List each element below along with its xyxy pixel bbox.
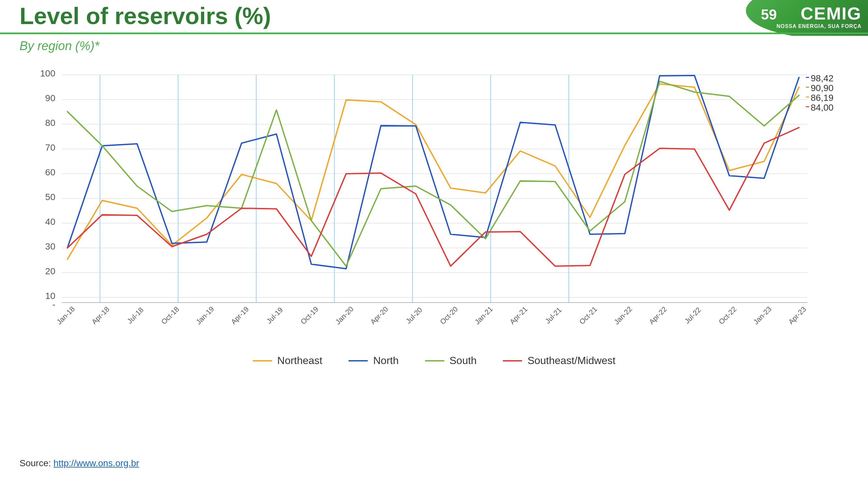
legend-label-north: North xyxy=(373,355,399,367)
svg-text:Apr-19: Apr-19 xyxy=(229,305,250,326)
chart-legend: Northeast North South Southeast/Midwest xyxy=(0,355,868,367)
svg-text:Jul-20: Jul-20 xyxy=(404,306,424,325)
svg-text:Jan-18: Jan-18 xyxy=(55,305,76,326)
svg-text:Jul-21: Jul-21 xyxy=(544,306,563,325)
legend-color-northeast xyxy=(253,360,272,361)
legend-item-south: South xyxy=(425,355,477,367)
cemig-tagline: NOSSA ENERGIA, SUA FORÇA xyxy=(776,24,862,29)
svg-text:60: 60 xyxy=(45,167,55,177)
legend-item-southeast: Southeast/Midwest xyxy=(503,355,615,367)
svg-text:-: - xyxy=(53,299,55,310)
svg-text:Oct-21: Oct-21 xyxy=(578,305,599,326)
svg-text:Jul-22: Jul-22 xyxy=(683,306,703,325)
cemig-brand-text: CEMIG xyxy=(801,3,862,24)
source-label: Source: xyxy=(20,458,53,468)
header-divider xyxy=(0,33,868,34)
legend-item-northeast: Northeast xyxy=(253,355,323,367)
page-number: 59 xyxy=(761,6,777,23)
legend-label-northeast: Northeast xyxy=(277,355,323,367)
legend-color-southeast xyxy=(503,360,522,361)
svg-text:Apr-21: Apr-21 xyxy=(508,305,529,326)
svg-text:Jan-23: Jan-23 xyxy=(752,305,773,326)
source-link[interactable]: http://www.ons.org.br xyxy=(53,458,139,468)
legend-color-south xyxy=(425,360,444,361)
svg-text:Jan-19: Jan-19 xyxy=(194,305,216,326)
svg-text:50: 50 xyxy=(45,192,55,202)
svg-text:Oct-20: Oct-20 xyxy=(439,305,459,326)
svg-text:Apr-23: Apr-23 xyxy=(787,305,808,326)
legend-item-north: North xyxy=(348,355,399,367)
svg-text:70: 70 xyxy=(45,142,55,153)
svg-text:90: 90 xyxy=(45,93,55,103)
svg-text:84,00: 84,00 xyxy=(811,102,834,112)
svg-text:100: 100 xyxy=(40,68,55,78)
source-text: Source: http://www.ons.org.br xyxy=(20,458,139,468)
svg-text:Oct-19: Oct-19 xyxy=(299,305,320,326)
svg-text:86,19: 86,19 xyxy=(811,93,834,103)
svg-text:Jan-21: Jan-21 xyxy=(473,305,494,326)
chart-subtitle: By region (%)* xyxy=(20,39,99,53)
svg-text:Apr-18: Apr-18 xyxy=(90,305,111,326)
svg-text:Oct-18: Oct-18 xyxy=(160,305,181,326)
page-title: Level of reservoirs (%) xyxy=(20,3,271,29)
svg-text:Jan-20: Jan-20 xyxy=(334,305,355,326)
svg-text:Jan-22: Jan-22 xyxy=(613,305,633,326)
svg-text:98,42: 98,42 xyxy=(811,73,834,83)
svg-text:20: 20 xyxy=(45,266,55,276)
chart-container: 100 90 80 70 60 50 40 30 20 10 - Jan-18 … xyxy=(20,65,848,341)
svg-text:Oct-22: Oct-22 xyxy=(717,305,738,326)
svg-text:Apr-20: Apr-20 xyxy=(369,305,390,326)
svg-text:Jul-18: Jul-18 xyxy=(126,306,145,325)
legend-label-south: South xyxy=(450,355,477,367)
svg-text:Apr-22: Apr-22 xyxy=(648,305,669,326)
chart-svg: 100 90 80 70 60 50 40 30 20 10 - Jan-18 … xyxy=(20,65,848,341)
cemig-logo: CEMIG NOSSA ENERGIA, SUA FORÇA xyxy=(776,3,862,29)
svg-text:40: 40 xyxy=(45,217,55,227)
legend-label-southeast: Southeast/Midwest xyxy=(527,355,615,367)
svg-text:30: 30 xyxy=(45,241,55,252)
svg-text:90,90: 90,90 xyxy=(811,83,834,93)
legend-color-north xyxy=(348,360,368,361)
top-right-decoration: 59 CEMIG NOSSA ENERGIA, SUA FORÇA xyxy=(705,0,868,36)
svg-text:80: 80 xyxy=(45,118,55,128)
svg-text:Jul-19: Jul-19 xyxy=(265,306,284,325)
